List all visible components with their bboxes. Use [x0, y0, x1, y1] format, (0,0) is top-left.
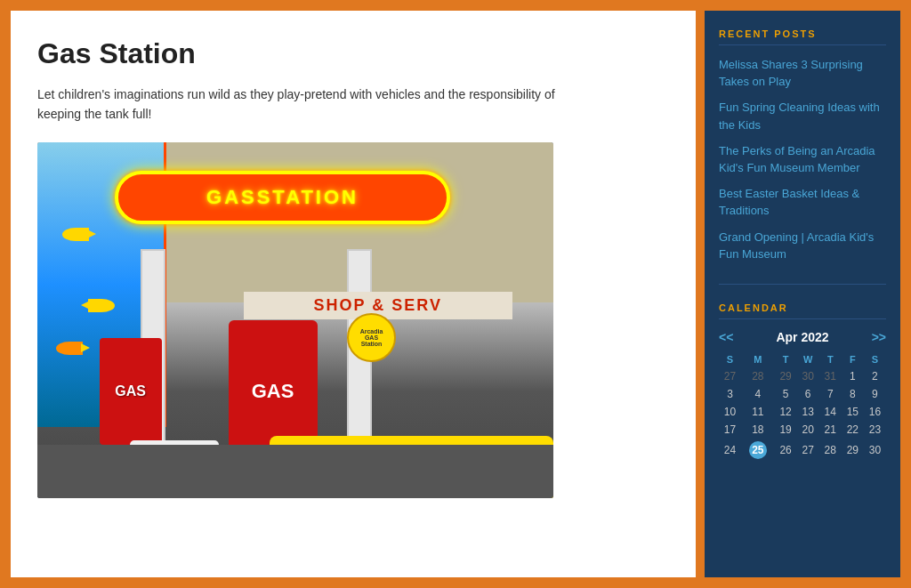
- cal-day: 19: [775, 421, 797, 439]
- calendar-next-button[interactable]: >>: [872, 330, 886, 344]
- fish-icon: [88, 299, 115, 312]
- recent-posts-list: Melissa Shares 3 Surprising Takes on Pla…: [719, 56, 886, 262]
- table-row: 24 25 26 27 28 29 30: [719, 439, 886, 462]
- list-item: Melissa Shares 3 Surprising Takes on Pla…: [719, 56, 886, 90]
- pump-left-label: GAS: [115, 383, 146, 399]
- cal-day: 13: [797, 403, 819, 421]
- cal-day: 3: [719, 385, 741, 403]
- calendar-title: CALENDAR: [719, 302, 886, 319]
- today-circle: 25: [749, 441, 767, 459]
- cal-day: 6: [797, 385, 819, 403]
- table-row: 27 28 29 30 31 1 2: [719, 367, 886, 385]
- cal-header-w: W: [797, 351, 819, 367]
- list-item: Fun Spring Cleaning Ideas with the Kids: [719, 99, 886, 133]
- calendar-section: CALENDAR << Apr 2022 >> S M T W T F S: [719, 302, 886, 462]
- sidebar: RECENT POSTS Melissa Shares 3 Surprising…: [705, 11, 900, 577]
- post-description: Let children's imaginations run wild as …: [37, 85, 571, 125]
- cal-day: 7: [819, 385, 842, 403]
- cal-header-s2: S: [864, 351, 886, 367]
- cal-day: 16: [864, 403, 886, 421]
- cal-day: 21: [819, 421, 842, 439]
- neon-sign-text: GASSTATION: [206, 186, 359, 209]
- cal-day: 5: [775, 385, 797, 403]
- main-content: Gas Station Let children's imaginations …: [11, 11, 696, 577]
- fish-icon: [62, 228, 89, 241]
- cal-day: 11: [741, 403, 775, 421]
- recent-posts-title: RECENT POSTS: [719, 28, 886, 45]
- page-wrapper: Gas Station Let children's imaginations …: [0, 0, 911, 588]
- list-item: Best Easter Basket Ideas & Traditions: [719, 185, 886, 219]
- recent-post-link-3[interactable]: The Perks of Being an Arcadia Kid's Fun …: [719, 144, 875, 174]
- list-item: Grand Opening | Arcadia Kid's Fun Museum: [719, 229, 886, 262]
- circle-sign-text: ArcadiaGASStation: [360, 328, 383, 347]
- cal-day: 10: [719, 403, 741, 421]
- pump-left: GAS: [100, 338, 162, 445]
- pump-right-label: GAS: [252, 380, 294, 403]
- recent-post-link-5[interactable]: Grand Opening | Arcadia Kid's Fun Museum: [719, 230, 874, 261]
- cal-day: 12: [775, 403, 797, 421]
- cal-day: 30: [797, 367, 819, 385]
- cal-day: 30: [864, 439, 886, 462]
- cal-header-t2: T: [819, 351, 842, 367]
- calendar-table: S M T W T F S 27 28 29 30 31: [719, 351, 886, 462]
- cal-day: 22: [842, 421, 864, 439]
- scene: GASSTATION SHOP & SERV ArcadiaGASStation…: [37, 142, 553, 498]
- sidebar-divider: [719, 284, 886, 285]
- cal-day: 18: [741, 421, 775, 439]
- table-row: 3 4 5 6 7 8 9: [719, 385, 886, 403]
- calendar-body: 27 28 29 30 31 1 2 3 4 5 6 7 8: [719, 367, 886, 462]
- cal-day: 31: [819, 367, 842, 385]
- cal-day: 1: [842, 367, 864, 385]
- list-item: The Perks of Being an Arcadia Kid's Fun …: [719, 142, 886, 176]
- calendar-header: << Apr 2022 >>: [719, 330, 886, 344]
- cal-day: 23: [864, 421, 886, 439]
- cal-header-t1: T: [775, 351, 797, 367]
- cal-day: 15: [842, 403, 864, 421]
- cal-header-s1: S: [719, 351, 741, 367]
- cal-day: 27: [797, 439, 819, 462]
- cal-day: 24: [719, 439, 741, 462]
- recent-post-link-2[interactable]: Fun Spring Cleaning Ideas with the Kids: [719, 101, 880, 131]
- cal-day: 20: [797, 421, 819, 439]
- neon-sign: GASSTATION: [115, 171, 450, 224]
- cal-day: 17: [719, 421, 741, 439]
- cal-day: 26: [775, 439, 797, 462]
- cal-day: 9: [864, 385, 886, 403]
- cal-day: 28: [819, 439, 842, 462]
- cal-day: 27: [719, 367, 741, 385]
- calendar-header-row: S M T W T F S: [719, 351, 886, 367]
- recent-posts-section: RECENT POSTS Melissa Shares 3 Surprising…: [719, 28, 886, 262]
- cal-day: 29: [842, 439, 864, 462]
- cal-header-f: F: [842, 351, 864, 367]
- post-title: Gas Station: [37, 37, 669, 70]
- cal-day: 8: [842, 385, 864, 403]
- table-row: 17 18 19 20 21 22 23: [719, 421, 886, 439]
- cal-day: 4: [741, 385, 775, 403]
- cal-day: 29: [775, 367, 797, 385]
- cal-day: 14: [819, 403, 842, 421]
- table-row: 10 11 12 13 14 15 16: [719, 403, 886, 421]
- recent-post-link-4[interactable]: Best Easter Basket Ideas & Traditions: [719, 187, 859, 217]
- cal-day: 2: [864, 367, 886, 385]
- cal-day: 28: [741, 367, 775, 385]
- recent-post-link-1[interactable]: Melissa Shares 3 Surprising Takes on Pla…: [719, 58, 863, 88]
- floor: [37, 445, 553, 498]
- fish-icon: [56, 342, 83, 355]
- post-image: GASSTATION SHOP & SERV ArcadiaGASStation…: [37, 142, 553, 498]
- cal-header-m: M: [741, 351, 775, 367]
- calendar-month-year: Apr 2022: [776, 330, 828, 344]
- calendar-prev-button[interactable]: <<: [719, 330, 733, 344]
- circle-sign: ArcadiaGASStation: [347, 313, 396, 362]
- cal-today: 25: [741, 439, 775, 462]
